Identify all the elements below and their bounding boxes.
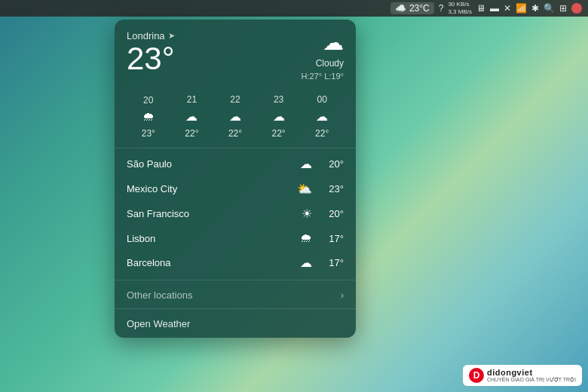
hour-label-4: 00 [317, 94, 326, 105]
chevron-right-icon: › [341, 289, 344, 301]
hour-col-2: 22☁22° [213, 94, 257, 139]
hour-col-4: 00☁22° [300, 94, 344, 139]
current-weather-section: Londrina ➤ 23° ☁ Cloudy H:27° L:19° [115, 20, 356, 88]
open-weather-label: Open Weather [127, 318, 190, 329]
location-arrow-icon: ➤ [168, 31, 175, 41]
watermark-text: didongviet CHUYÊN GIAO GIÁ TRỊ VƯỢT TRỘI [487, 368, 576, 383]
network-download: 3,3 MB/s [448, 8, 472, 16]
hourly-row: 20🌧23°21☁22°22☁22°23☁22°00☁22° [127, 94, 344, 139]
city-list: São Paulo☁20°Mexico City⛅23°San Francisc… [115, 149, 356, 278]
hour-temp-3: 22° [272, 128, 286, 139]
city-row-3[interactable]: Lisbon🌧17° [115, 226, 356, 250]
current-condition-right: ☁ Cloudy H:27° L:19° [301, 30, 344, 81]
hour-icon-0: 🌧 [142, 110, 155, 124]
menubar-help-icon[interactable]: ? [439, 3, 444, 14]
city-temp-3: 17° [320, 233, 344, 244]
city-row-2[interactable]: San Francisco☀20° [115, 201, 356, 226]
low-label: L:19° [324, 72, 344, 81]
hour-icon-1: ☁ [185, 109, 198, 124]
hour-label-1: 21 [187, 94, 197, 105]
menubar-cloud-icon: ☁️ [395, 3, 406, 14]
city-name-2: San Francisco [127, 208, 302, 219]
menubar-wifi-icon[interactable]: 📶 [516, 3, 527, 14]
watermark-sub-text: CHUYÊN GIAO GIÁ TRỊ VƯỢT TRỘI [487, 377, 576, 383]
weather-panel: Londrina ➤ 23° ☁ Cloudy H:27° L:19° 20🌧2… [115, 20, 356, 338]
menubar-battery-icon[interactable]: ▬ [490, 3, 499, 14]
current-weather-left: Londrina ➤ 23° [127, 30, 175, 75]
menubar-search-icon[interactable]: 🔍 [544, 3, 555, 14]
current-temperature: 23° [127, 43, 175, 75]
hourly-forecast: 20🌧23°21☁22°22☁22°23☁22°00☁22° [115, 88, 356, 149]
menubar-bluetooth-icon[interactable]: ✱ [531, 3, 539, 14]
hour-label-2: 22 [230, 94, 240, 105]
city-name-0: São Paulo [127, 158, 300, 170]
menubar-display-icon[interactable]: 🖥 [476, 3, 485, 14]
divider-before-other [115, 280, 356, 280]
watermark-logo: D [469, 368, 484, 383]
city-name-1: Mexico City [127, 183, 297, 194]
watermark-brand-letter: D [473, 370, 480, 381]
condition-cloud-icon: ☁ [301, 30, 344, 55]
city-name-3: Lisbon [127, 233, 300, 244]
hour-col-3: 23☁22° [257, 94, 301, 139]
hour-temp-1: 22° [185, 128, 198, 139]
menubar-grid-icon[interactable]: ⊞ [559, 3, 567, 14]
other-locations-row[interactable]: Other locations › [115, 282, 356, 308]
hour-temp-2: 22° [228, 128, 242, 139]
hour-icon-3: ☁ [273, 109, 285, 124]
menubar-user-icon[interactable] [571, 3, 582, 14]
watermark-main-text: didongviet [487, 368, 576, 377]
city-row-0[interactable]: São Paulo☁20° [115, 152, 356, 176]
city-name-4: Barcelona [127, 257, 300, 268]
network-upload: 30 KB/s [448, 1, 472, 8]
menubar-weather-widget[interactable]: ☁️ 23°C [390, 2, 434, 14]
menubar: ☁️ 23°C ? 30 KB/s 3,3 MB/s 🖥 ▬ ✕ 📶 ✱ 🔍 ⊞ [0, 0, 588, 17]
condition-label: Cloudy [301, 58, 344, 69]
city-row: Londrina ➤ [127, 30, 175, 41]
hour-col-0: 20🌧23° [127, 95, 170, 139]
city-temp-4: 17° [320, 257, 344, 268]
city-temp-2: 20° [320, 208, 344, 219]
city-weather-icon-2: ☀ [302, 207, 312, 221]
city-temp-0: 20° [320, 158, 344, 170]
other-locations-label: Other locations [127, 289, 192, 301]
city-temp-1: 23° [320, 183, 344, 194]
city-weather-icon-1: ⛅ [297, 182, 312, 196]
hour-temp-0: 23° [142, 128, 155, 139]
city-name: Londrina [127, 30, 165, 41]
hour-label-0: 20 [143, 95, 153, 106]
city-weather-icon-3: 🌧 [300, 231, 312, 245]
city-row-1[interactable]: Mexico City⛅23° [115, 176, 356, 201]
hour-icon-4: ☁ [316, 109, 328, 124]
hour-label-3: 23 [274, 94, 283, 105]
high-label: H:27° [301, 72, 322, 81]
hour-col-1: 21☁22° [170, 94, 214, 139]
condition-hl: H:27° L:19° [301, 72, 344, 81]
city-weather-icon-4: ☁ [300, 256, 312, 270]
menubar-mute-icon[interactable]: ✕ [504, 3, 511, 14]
menubar-network-speeds: 30 KB/s 3,3 MB/s [448, 1, 472, 15]
watermark: D didongviet CHUYÊN GIAO GIÁ TRỊ VƯỢT TR… [463, 365, 582, 386]
open-weather-row[interactable]: Open Weather [115, 308, 356, 338]
city-weather-icon-0: ☁ [300, 157, 312, 171]
hour-temp-4: 22° [315, 128, 329, 139]
menubar-temp: 23°C [409, 3, 430, 14]
hour-icon-2: ☁ [229, 109, 241, 124]
city-row-4[interactable]: Barcelona☁17° [115, 250, 356, 275]
